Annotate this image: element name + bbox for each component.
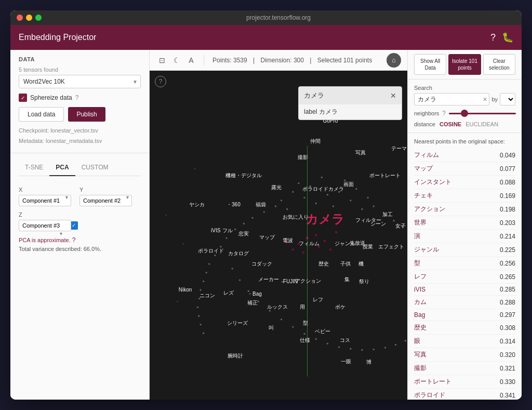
label-icon[interactable]: A xyxy=(185,54,197,67)
svg-text:フィルム: フィルム xyxy=(299,241,320,246)
pca-help-icon[interactable]: ? xyxy=(72,236,76,244)
cosine-option[interactable]: COSINE xyxy=(440,121,461,127)
nearest-value: 0.321 xyxy=(500,365,515,372)
svg-point-25 xyxy=(234,229,236,230)
svg-point-14 xyxy=(355,188,357,190)
svg-text:フル: フル xyxy=(222,228,233,233)
tensor-select[interactable]: Word2Vec 10K xyxy=(19,75,141,88)
svg-point-7 xyxy=(315,203,317,204)
night-mode-icon[interactable]: ☾ xyxy=(170,54,183,67)
bug-icon[interactable]: 🐛 xyxy=(502,32,513,43)
nearest-value: 0.214 xyxy=(500,233,515,240)
nearest-list-item[interactable]: iVIS0.285 xyxy=(414,284,515,296)
sphereize-checkbox[interactable]: ✓ xyxy=(19,94,27,102)
svg-point-47 xyxy=(405,340,406,341)
canvas-help-icon[interactable]: ? xyxy=(155,76,166,87)
neighbors-slider[interactable] xyxy=(449,113,516,114)
nearest-list-item[interactable]: ジャンル0.225 xyxy=(414,243,515,257)
nearest-list-item[interactable]: 写真0.320 xyxy=(414,348,515,362)
nearest-list-item[interactable]: カム0.288 xyxy=(414,296,515,309)
window-controls xyxy=(17,15,42,21)
svg-point-33 xyxy=(214,255,216,256)
help-icon[interactable]: ? xyxy=(490,32,496,43)
x-select[interactable]: Component #1 xyxy=(19,195,71,206)
svg-point-83 xyxy=(315,234,317,236)
publish-button[interactable]: Publish xyxy=(68,107,105,122)
search-input[interactable] xyxy=(414,93,489,105)
y-label: Y xyxy=(79,187,132,193)
tab-tsne[interactable]: T-SNE xyxy=(19,160,49,176)
nearest-list-item[interactable]: ポラロイド0.341 xyxy=(414,389,515,400)
nearest-points-section: Nearest points in the original space: フィ… xyxy=(408,133,522,400)
app-window: projector.tensorflow.org Embedding Proje… xyxy=(10,10,522,400)
tab-custom[interactable]: CUSTOM xyxy=(75,160,115,176)
svg-point-62 xyxy=(269,310,271,311)
nearest-list-item[interactable]: 世界0.203 xyxy=(414,216,515,230)
isolate-button[interactable]: Isolate 101points xyxy=(448,54,481,75)
minimize-button[interactable] xyxy=(26,15,32,21)
sphereize-help-icon[interactable]: ? xyxy=(75,94,79,101)
nearest-list-item[interactable]: インスタント0.088 xyxy=(414,176,515,189)
nearest-list-item[interactable]: 撮影0.321 xyxy=(414,362,515,375)
nearest-list-item[interactable]: 歴史0.308 xyxy=(414,321,515,335)
selected-stat: Selected 101 points xyxy=(317,57,372,64)
z-select-arrow: ▼ xyxy=(59,231,63,236)
nearest-list-item[interactable]: フィルム0.049 xyxy=(414,149,515,162)
svg-point-11 xyxy=(281,200,282,201)
svg-point-6 xyxy=(303,197,305,199)
nearest-list-item[interactable]: マップ0.077 xyxy=(414,162,515,176)
nearest-word: インスタント xyxy=(414,178,451,187)
euclidean-option[interactable]: EUCLIDEAN xyxy=(466,121,498,127)
z-select[interactable]: Component #3 xyxy=(19,220,71,231)
load-data-button[interactable]: Load data xyxy=(19,107,64,122)
svg-text:電波: 電波 xyxy=(283,237,293,243)
search-input-wrap: ✕ xyxy=(414,93,489,105)
svg-point-50 xyxy=(384,347,386,348)
xy-row: X Component #1 ▼ Y xyxy=(19,187,141,206)
nearest-word: 世界 xyxy=(414,218,427,227)
nearest-value: 0.049 xyxy=(500,152,515,159)
tab-pca[interactable]: PCA xyxy=(49,160,75,176)
nearest-list-item[interactable]: Bag0.297 xyxy=(414,309,515,321)
nearest-list-item[interactable]: アクション0.198 xyxy=(414,203,515,216)
nearest-list-item[interactable]: 演0.214 xyxy=(414,230,515,243)
show-all-button[interactable]: Show AllData xyxy=(414,54,446,75)
nearest-value: 0.314 xyxy=(500,338,515,345)
search-label: Search xyxy=(414,85,515,91)
nearest-value: 0.308 xyxy=(500,324,515,332)
z-row: Z Component #3 ▼ ✓ xyxy=(19,211,141,231)
nearest-list-item[interactable]: ポートレート0.330 xyxy=(414,375,515,389)
svg-text:写真: 写真 xyxy=(355,150,366,155)
nearest-value: 0.330 xyxy=(500,378,515,386)
nearest-list-item[interactable]: 型0.256 xyxy=(414,257,515,270)
popup-close-icon[interactable]: ✕ xyxy=(390,91,396,100)
svg-text:集: 集 xyxy=(344,276,350,282)
nearest-value: 0.077 xyxy=(500,165,515,173)
nearest-list-item[interactable]: レフ0.265 xyxy=(414,270,515,284)
select-box-icon[interactable]: ⊡ xyxy=(156,54,168,67)
search-clear-icon[interactable]: ✕ xyxy=(483,96,487,103)
nearest-word: 撮影 xyxy=(414,364,427,373)
close-button[interactable] xyxy=(17,15,23,21)
metadata-row: Metadata: lonestar_metadata.tsv xyxy=(19,136,141,147)
checkpoint-row: Checkpoint: lonestar_vector.tsv xyxy=(19,126,141,136)
tab-bar: T-SNE PCA CUSTOM xyxy=(19,160,141,176)
toolbar-stats: Points: 3539 | Dimension: 300 | Selected… xyxy=(210,57,374,64)
svg-text:レフ: レフ xyxy=(313,297,323,302)
nearest-title: Nearest points in the original space: xyxy=(414,138,515,144)
clear-selection-button[interactable]: Clearselection xyxy=(483,54,515,75)
action-buttons: Show AllData Isolate 101points Clearsele… xyxy=(408,50,522,80)
svg-text:コダック: コダック xyxy=(251,261,272,267)
scatter-canvas-area[interactable]: 動画 アプリ GoPro 仲間 撮影 写真 テーマ 機種・デジタル xyxy=(150,71,407,400)
nearest-value: 0.297 xyxy=(500,311,515,319)
search-by-select[interactable] xyxy=(500,93,515,105)
nearest-value: 0.265 xyxy=(500,273,515,281)
neighbors-help-icon[interactable]: ? xyxy=(442,110,446,117)
svg-text:ルックス: ルックス xyxy=(267,304,288,310)
nearest-list-item[interactable]: 眼0.314 xyxy=(414,335,515,348)
home-button[interactable]: ⌂ xyxy=(387,53,401,68)
fullscreen-button[interactable] xyxy=(35,15,42,21)
svg-text:iVIS: iVIS xyxy=(211,228,221,233)
nearest-list-item[interactable]: チェキ0.169 xyxy=(414,189,515,203)
y-select[interactable]: Component #2 xyxy=(79,195,132,206)
